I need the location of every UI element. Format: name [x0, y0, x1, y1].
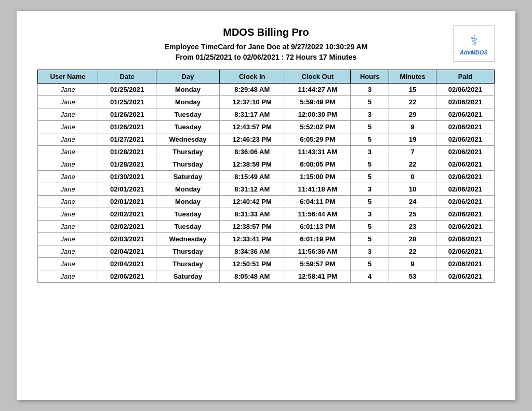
- table-cell: Jane: [38, 245, 98, 258]
- table-cell: Jane: [38, 183, 98, 196]
- table-cell: 3: [350, 108, 389, 121]
- table-cell: 02/06/2021: [436, 133, 494, 146]
- table-cell: 02/06/2021: [436, 121, 494, 133]
- table-cell: Tuesday: [156, 108, 220, 121]
- table-cell: 5: [350, 121, 389, 133]
- table-cell: 19: [389, 133, 436, 146]
- table-cell: 6:01:19 PM: [285, 233, 350, 245]
- table-cell: 15: [389, 84, 436, 96]
- table-cell: 02/06/2021: [436, 270, 494, 283]
- table-cell: Wednesday: [156, 233, 220, 245]
- logo: ⚕ AdvMDOS: [453, 25, 495, 62]
- table-cell: 5: [350, 96, 389, 108]
- table-header-row: User Name Date Day Clock In Clock Out Ho…: [38, 70, 495, 84]
- table-row: Jane01/27/2021Wednesday12:46:23 PM6:05:2…: [38, 133, 495, 146]
- table-cell: 5:59:57 PM: [285, 258, 350, 270]
- table-cell: 02/04/2021: [98, 245, 156, 258]
- table-cell: 02/06/2021: [436, 96, 494, 108]
- table-cell: 8:05:48 AM: [219, 270, 285, 283]
- table-cell: Monday: [156, 183, 220, 196]
- table-cell: 5: [350, 171, 389, 183]
- table-body: Jane01/25/2021Monday8:29:48 AM11:44:27 A…: [38, 84, 495, 283]
- table-cell: 02/06/2021: [436, 221, 494, 233]
- table-cell: 6:00:05 PM: [285, 158, 350, 171]
- table-cell: 01/26/2021: [98, 121, 156, 133]
- table-cell: Jane: [38, 84, 98, 96]
- table-cell: 01/28/2021: [98, 158, 156, 171]
- table-cell: Monday: [156, 196, 220, 208]
- table-cell: 02/03/2021: [98, 233, 156, 245]
- table-cell: 02/01/2021: [98, 183, 156, 196]
- table-cell: 02/01/2021: [98, 196, 156, 208]
- table-cell: Jane: [38, 196, 98, 208]
- table-cell: 02/06/2021: [436, 233, 494, 245]
- table-cell: 6:04:11 PM: [285, 196, 350, 208]
- table-cell: 02/06/2021: [436, 183, 494, 196]
- table-cell: 02/04/2021: [98, 258, 156, 270]
- table-cell: 02/06/2021: [436, 245, 494, 258]
- table-row: Jane02/04/2021Thursday8:34:36 AM11:56:36…: [38, 245, 495, 258]
- table-cell: 12:33:41 PM: [219, 233, 285, 245]
- table-row: Jane02/03/2021Wednesday12:33:41 PM6:01:1…: [38, 233, 495, 245]
- table-cell: 5:52:02 PM: [285, 121, 350, 133]
- table-cell: 5: [350, 233, 389, 245]
- table-cell: 02/06/2021: [436, 208, 494, 221]
- table-cell: 29: [389, 108, 436, 121]
- table-cell: 12:58:41 PM: [285, 270, 350, 283]
- table-row: Jane01/25/2021Monday12:37:10 PM5:59:49 P…: [38, 96, 495, 108]
- table-cell: 01/28/2021: [98, 146, 156, 158]
- table-cell: 11:43:31 AM: [285, 146, 350, 158]
- table-cell: Thursday: [156, 146, 220, 158]
- table-cell: 8:31:33 AM: [219, 208, 285, 221]
- table-cell: Jane: [38, 233, 98, 245]
- table-cell: 02/06/2021: [436, 108, 494, 121]
- table-cell: 7: [389, 146, 436, 158]
- table-cell: 11:56:36 AM: [285, 245, 350, 258]
- col-username: User Name: [38, 70, 98, 84]
- table-cell: 12:00:30 PM: [285, 108, 350, 121]
- table-cell: 12:38:59 PM: [219, 158, 285, 171]
- table-row: Jane01/28/2021Thursday12:38:59 PM6:00:05…: [38, 158, 495, 171]
- table-cell: Jane: [38, 146, 98, 158]
- table-cell: 3: [350, 146, 389, 158]
- col-clockout: Clock Out: [285, 70, 350, 84]
- report-subtitle: Employee TimeCard for Jane Doe at 9/27/2…: [37, 43, 495, 51]
- table-cell: 11:44:27 AM: [285, 84, 350, 96]
- table-cell: 8:15:49 AM: [219, 171, 285, 183]
- table-cell: 02/06/2021: [436, 146, 494, 158]
- table-cell: Jane: [38, 133, 98, 146]
- caduceus-icon: ⚕: [470, 32, 478, 49]
- table-cell: 53: [389, 270, 436, 283]
- table-cell: Jane: [38, 158, 98, 171]
- table-cell: 8:34:36 AM: [219, 245, 285, 258]
- table-cell: 01/27/2021: [98, 133, 156, 146]
- table-row: Jane02/01/2021Monday12:40:42 PM6:04:11 P…: [38, 196, 495, 208]
- table-cell: 8:29:48 AM: [219, 84, 285, 96]
- table-cell: 22: [389, 96, 436, 108]
- table-row: Jane02/02/2021Tuesday12:38:57 PM6:01:13 …: [38, 221, 495, 233]
- table-cell: Jane: [38, 208, 98, 221]
- table-cell: 3: [350, 245, 389, 258]
- table-cell: Jane: [38, 121, 98, 133]
- col-date: Date: [98, 70, 156, 84]
- table-cell: 10: [389, 183, 436, 196]
- table-row: Jane01/26/2021Tuesday12:43:57 PM5:52:02 …: [38, 121, 495, 133]
- table-cell: 12:38:57 PM: [219, 221, 285, 233]
- table-cell: 28: [389, 233, 436, 245]
- table-cell: Wednesday: [156, 133, 220, 146]
- table-row: Jane01/28/2021Thursday8:36:06 AM11:43:31…: [38, 146, 495, 158]
- table-cell: 02/06/2021: [436, 171, 494, 183]
- table-cell: Jane: [38, 258, 98, 270]
- table-cell: 22: [389, 158, 436, 171]
- table-cell: 3: [350, 183, 389, 196]
- table-cell: 02/06/2021: [98, 270, 156, 283]
- table-cell: Jane: [38, 270, 98, 283]
- table-cell: 5: [350, 133, 389, 146]
- table-cell: 02/06/2021: [436, 258, 494, 270]
- table-cell: 12:40:42 PM: [219, 196, 285, 208]
- table-row: Jane02/02/2021Tuesday8:31:33 AM11:56:44 …: [38, 208, 495, 221]
- table-cell: 9: [389, 258, 436, 270]
- logo-brand-suffix: MDOS: [471, 49, 488, 56]
- table-cell: 12:50:51 PM: [219, 258, 285, 270]
- table-cell: 11:56:44 AM: [285, 208, 350, 221]
